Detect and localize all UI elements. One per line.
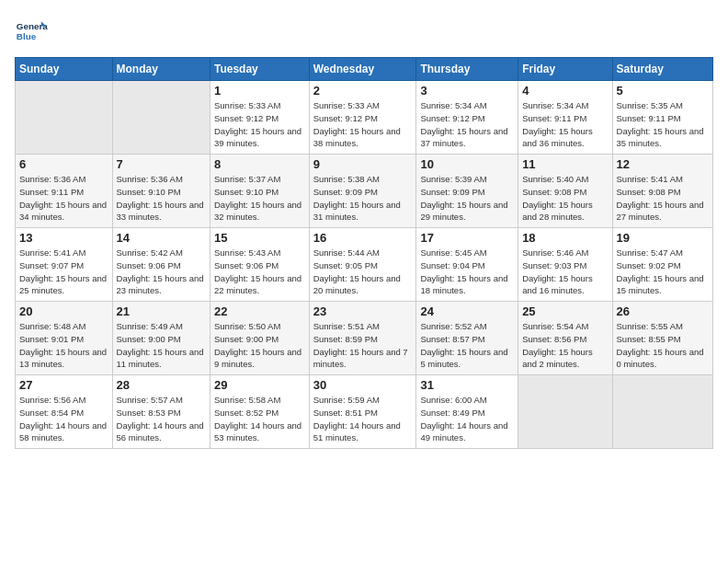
day-number: 17 [420, 231, 514, 245]
calendar-day-cell: 26 Sunrise: 5:55 AM Sunset: 8:55 PM Dayl… [612, 302, 712, 375]
calendar-day-cell: 6 Sunrise: 5:36 AM Sunset: 9:11 PM Dayli… [16, 155, 113, 228]
day-number: 11 [522, 157, 608, 171]
day-number: 10 [420, 157, 514, 171]
day-number: 12 [617, 157, 709, 171]
day-number: 26 [617, 304, 709, 318]
day-number: 14 [117, 231, 206, 245]
calendar-day-cell: 20 Sunrise: 5:48 AM Sunset: 9:01 PM Dayl… [16, 302, 113, 375]
calendar-day-cell: 22 Sunrise: 5:50 AM Sunset: 9:00 PM Dayl… [210, 302, 310, 375]
calendar-day-cell: 8 Sunrise: 5:37 AM Sunset: 9:10 PM Dayli… [210, 155, 310, 228]
day-info: Sunrise: 5:34 AM Sunset: 9:12 PM Dayligh… [420, 99, 514, 150]
day-info: Sunrise: 5:36 AM Sunset: 9:11 PM Dayligh… [19, 173, 108, 224]
calendar-day-cell [112, 81, 210, 155]
day-info: Sunrise: 6:00 AM Sunset: 8:49 PM Dayligh… [420, 394, 514, 444]
day-number: 16 [313, 231, 413, 245]
day-number: 27 [19, 378, 108, 392]
day-number: 7 [117, 157, 206, 171]
day-info: Sunrise: 5:33 AM Sunset: 9:12 PM Dayligh… [214, 99, 305, 150]
day-number: 19 [617, 231, 709, 245]
calendar-week-row: 1 Sunrise: 5:33 AM Sunset: 9:12 PM Dayli… [16, 81, 713, 155]
day-info: Sunrise: 5:39 AM Sunset: 9:09 PM Dayligh… [420, 173, 514, 224]
calendar-day-cell: 21 Sunrise: 5:49 AM Sunset: 9:00 PM Dayl… [112, 302, 210, 375]
day-info: Sunrise: 5:41 AM Sunset: 9:08 PM Dayligh… [617, 173, 709, 224]
day-info: Sunrise: 5:36 AM Sunset: 9:10 PM Dayligh… [117, 173, 206, 224]
day-number: 4 [522, 84, 608, 98]
day-info: Sunrise: 5:40 AM Sunset: 9:08 PM Dayligh… [522, 173, 608, 224]
day-info: Sunrise: 5:43 AM Sunset: 9:06 PM Dayligh… [214, 247, 305, 297]
calendar-day-cell: 19 Sunrise: 5:47 AM Sunset: 9:02 PM Dayl… [612, 228, 712, 302]
calendar-day-cell [16, 81, 113, 155]
calendar-day-cell: 24 Sunrise: 5:52 AM Sunset: 8:57 PM Dayl… [416, 302, 518, 375]
day-info: Sunrise: 5:35 AM Sunset: 9:11 PM Dayligh… [617, 99, 709, 150]
calendar-table: SundayMondayTuesdayWednesdayThursdayFrid… [15, 57, 713, 449]
calendar-day-cell [518, 375, 612, 449]
day-info: Sunrise: 5:51 AM Sunset: 8:59 PM Dayligh… [313, 320, 413, 371]
svg-text:General: General [17, 21, 48, 31]
calendar-day-cell: 5 Sunrise: 5:35 AM Sunset: 9:11 PM Dayli… [612, 81, 712, 155]
svg-text:Blue: Blue [17, 31, 37, 41]
day-number: 25 [522, 304, 608, 318]
calendar-day-cell: 17 Sunrise: 5:45 AM Sunset: 9:04 PM Dayl… [416, 228, 518, 302]
day-number: 28 [117, 378, 206, 392]
calendar-day-cell: 1 Sunrise: 5:33 AM Sunset: 9:12 PM Dayli… [210, 81, 310, 155]
calendar-week-row: 27 Sunrise: 5:56 AM Sunset: 8:54 PM Dayl… [16, 375, 713, 449]
logo: General Blue [15, 15, 48, 48]
calendar-day-cell: 27 Sunrise: 5:56 AM Sunset: 8:54 PM Dayl… [16, 375, 113, 449]
day-info: Sunrise: 5:34 AM Sunset: 9:11 PM Dayligh… [522, 99, 608, 150]
day-number: 21 [117, 304, 206, 318]
calendar-day-cell: 29 Sunrise: 5:58 AM Sunset: 8:52 PM Dayl… [210, 375, 310, 449]
day-number: 2 [313, 84, 413, 98]
calendar-day-cell: 3 Sunrise: 5:34 AM Sunset: 9:12 PM Dayli… [416, 81, 518, 155]
calendar-day-cell: 14 Sunrise: 5:42 AM Sunset: 9:06 PM Dayl… [112, 228, 210, 302]
day-info: Sunrise: 5:46 AM Sunset: 9:03 PM Dayligh… [522, 247, 608, 297]
day-number: 8 [214, 157, 305, 171]
weekday-header: Friday [518, 58, 612, 81]
day-info: Sunrise: 5:59 AM Sunset: 8:51 PM Dayligh… [313, 394, 413, 444]
calendar-day-cell: 7 Sunrise: 5:36 AM Sunset: 9:10 PM Dayli… [112, 155, 210, 228]
calendar-day-cell: 15 Sunrise: 5:43 AM Sunset: 9:06 PM Dayl… [210, 228, 310, 302]
day-number: 29 [214, 378, 305, 392]
page-header: General Blue [15, 15, 713, 48]
day-number: 9 [313, 157, 413, 171]
weekday-header-row: SundayMondayTuesdayWednesdayThursdayFrid… [16, 58, 713, 81]
weekday-header: Thursday [416, 58, 518, 81]
day-info: Sunrise: 5:48 AM Sunset: 9:01 PM Dayligh… [19, 320, 108, 371]
calendar-day-cell: 2 Sunrise: 5:33 AM Sunset: 9:12 PM Dayli… [309, 81, 416, 155]
weekday-header: Tuesday [210, 58, 310, 81]
day-info: Sunrise: 5:54 AM Sunset: 8:56 PM Dayligh… [522, 320, 608, 371]
calendar-week-row: 6 Sunrise: 5:36 AM Sunset: 9:11 PM Dayli… [16, 155, 713, 228]
day-info: Sunrise: 5:42 AM Sunset: 9:06 PM Dayligh… [117, 247, 206, 297]
day-info: Sunrise: 5:47 AM Sunset: 9:02 PM Dayligh… [617, 247, 709, 297]
day-info: Sunrise: 5:37 AM Sunset: 9:10 PM Dayligh… [214, 173, 305, 224]
calendar-week-row: 20 Sunrise: 5:48 AM Sunset: 9:01 PM Dayl… [16, 302, 713, 375]
weekday-header: Sunday [16, 58, 113, 81]
day-info: Sunrise: 5:38 AM Sunset: 9:09 PM Dayligh… [313, 173, 413, 224]
calendar-day-cell [612, 375, 712, 449]
calendar-day-cell: 31 Sunrise: 6:00 AM Sunset: 8:49 PM Dayl… [416, 375, 518, 449]
calendar-day-cell: 10 Sunrise: 5:39 AM Sunset: 9:09 PM Dayl… [416, 155, 518, 228]
day-number: 30 [313, 378, 413, 392]
weekday-header: Saturday [612, 58, 712, 81]
logo-icon: General Blue [15, 15, 48, 48]
day-number: 15 [214, 231, 305, 245]
calendar-day-cell: 12 Sunrise: 5:41 AM Sunset: 9:08 PM Dayl… [612, 155, 712, 228]
day-number: 5 [617, 84, 709, 98]
day-number: 1 [214, 84, 305, 98]
calendar-day-cell: 9 Sunrise: 5:38 AM Sunset: 9:09 PM Dayli… [309, 155, 416, 228]
day-info: Sunrise: 5:49 AM Sunset: 9:00 PM Dayligh… [117, 320, 206, 371]
day-info: Sunrise: 5:57 AM Sunset: 8:53 PM Dayligh… [117, 394, 206, 444]
calendar-day-cell: 30 Sunrise: 5:59 AM Sunset: 8:51 PM Dayl… [309, 375, 416, 449]
day-number: 31 [420, 378, 514, 392]
calendar-day-cell: 16 Sunrise: 5:44 AM Sunset: 9:05 PM Dayl… [309, 228, 416, 302]
day-number: 23 [313, 304, 413, 318]
day-number: 13 [19, 231, 108, 245]
day-info: Sunrise: 5:50 AM Sunset: 9:00 PM Dayligh… [214, 320, 305, 371]
day-number: 18 [522, 231, 608, 245]
day-number: 3 [420, 84, 514, 98]
calendar-day-cell: 4 Sunrise: 5:34 AM Sunset: 9:11 PM Dayli… [518, 81, 612, 155]
calendar-day-cell: 28 Sunrise: 5:57 AM Sunset: 8:53 PM Dayl… [112, 375, 210, 449]
day-number: 22 [214, 304, 305, 318]
weekday-header: Wednesday [309, 58, 416, 81]
calendar-day-cell: 13 Sunrise: 5:41 AM Sunset: 9:07 PM Dayl… [16, 228, 113, 302]
day-info: Sunrise: 5:58 AM Sunset: 8:52 PM Dayligh… [214, 394, 305, 444]
